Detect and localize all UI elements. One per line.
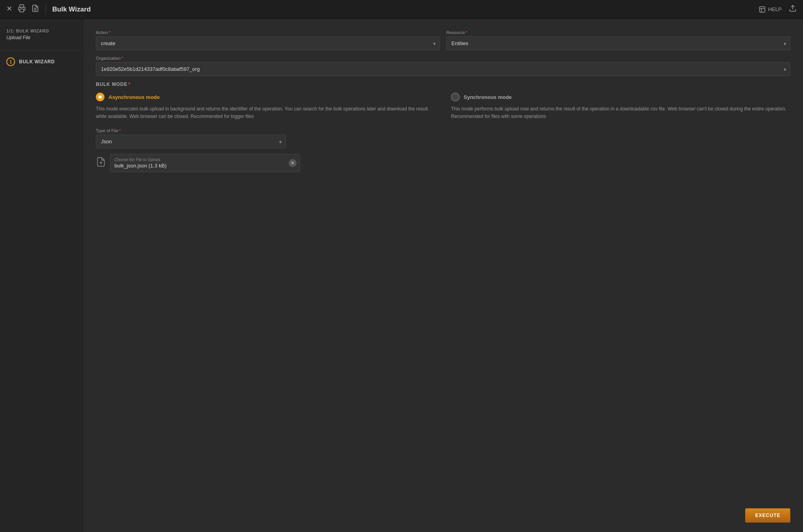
content-area: Action* create Resource* Entities: [83, 19, 803, 532]
doc-icon[interactable]: [31, 4, 39, 14]
action-field: Action* create: [96, 30, 440, 50]
topbar-divider: [46, 5, 46, 14]
svg-rect-0: [20, 5, 24, 8]
topbar-right: HELP: [759, 4, 797, 14]
sidebar: 1/1: BULK WIZARD Upload File 1 BULK WIZA…: [0, 19, 83, 532]
sidebar-step-label: 1/1: BULK WIZARD: [0, 25, 83, 34]
org-select-wrapper: 1e920e52e5b1d214337adf0c8abaf597_org: [96, 62, 790, 76]
sidebar-item-label: BULK WIZARD: [19, 59, 55, 65]
file-input-value: bulk_json.json (1.3 kB): [114, 163, 296, 169]
type-row: Type of File* Json: [96, 128, 790, 148]
bulk-mode-section: BULK MODE* Asynchronous mode This mode e…: [96, 82, 790, 120]
org-row: Organization* 1e920e52e5b1d214337adf0c8a…: [96, 56, 790, 76]
file-input-label: Choose the File to Upload: [114, 158, 296, 162]
type-label: Type of File*: [96, 128, 286, 133]
topbar-icons: ✕: [6, 4, 39, 14]
type-section: Type of File* Json: [96, 128, 790, 172]
file-upload-row: Choose the File to Upload bulk_json.json…: [96, 154, 790, 172]
type-field: Type of File* Json: [96, 128, 286, 148]
action-resource-row: Action* create Resource* Entities: [96, 30, 790, 50]
sidebar-step-sub: Upload File: [0, 34, 83, 47]
async-radio[interactable]: [96, 93, 105, 101]
async-desc: This mode executes bulk upload in backgr…: [96, 105, 435, 120]
action-select[interactable]: create: [96, 36, 440, 50]
async-label: Asynchronous mode: [108, 94, 160, 100]
type-select-wrapper: Json: [96, 135, 286, 148]
org-field: Organization* 1e920e52e5b1d214337adf0c8a…: [96, 56, 790, 76]
upload-icon[interactable]: [789, 4, 797, 14]
resource-label: Resource*: [446, 30, 790, 35]
action-label: Action*: [96, 30, 440, 35]
bulk-mode-row: Asynchronous mode This mode executes bul…: [96, 93, 790, 120]
file-input-wrapper[interactable]: Choose the File to Upload bulk_json.json…: [110, 154, 300, 172]
resource-field: Resource* Entities: [446, 30, 790, 50]
help-button[interactable]: HELP: [759, 6, 782, 13]
sync-mode-option: Synchronous mode This mode performs bulk…: [451, 93, 790, 120]
action-select-wrapper: create: [96, 36, 440, 50]
resource-select[interactable]: Entities: [446, 36, 790, 50]
sync-desc: This mode performs bulk upload now and r…: [451, 105, 790, 120]
svg-rect-4: [759, 7, 765, 12]
execute-button[interactable]: EXECUTE: [745, 508, 790, 522]
async-mode-header: Asynchronous mode: [96, 93, 435, 101]
close-icon[interactable]: ✕: [6, 4, 12, 14]
sync-label: Synchronous mode: [464, 94, 512, 100]
help-label: HELP: [768, 6, 782, 12]
type-select[interactable]: Json: [96, 135, 286, 148]
file-doc-icon: [96, 157, 106, 169]
page-title: Bulk Wizard: [52, 6, 759, 13]
sync-mode-header: Synchronous mode: [451, 93, 790, 101]
org-select[interactable]: 1e920e52e5b1d214337adf0c8abaf597_org: [96, 62, 790, 76]
resource-select-wrapper: Entities: [446, 36, 790, 50]
async-mode-option: Asynchronous mode This mode executes bul…: [96, 93, 435, 120]
bulk-mode-title: BULK MODE*: [96, 82, 790, 87]
sidebar-divider: [0, 50, 83, 50]
main-layout: 1/1: BULK WIZARD Upload File 1 BULK WIZA…: [0, 19, 803, 532]
sidebar-step-number: 1: [6, 57, 15, 66]
topbar: ✕ Bulk Wizard HEL: [0, 0, 803, 19]
sidebar-item-bulk-wizard[interactable]: 1 BULK WIZARD: [0, 53, 83, 70]
org-label: Organization*: [96, 56, 790, 61]
sync-radio[interactable]: [451, 93, 460, 101]
svg-rect-1: [20, 9, 24, 12]
file-clear-button[interactable]: ✕: [289, 159, 297, 167]
print-icon[interactable]: [18, 4, 26, 14]
